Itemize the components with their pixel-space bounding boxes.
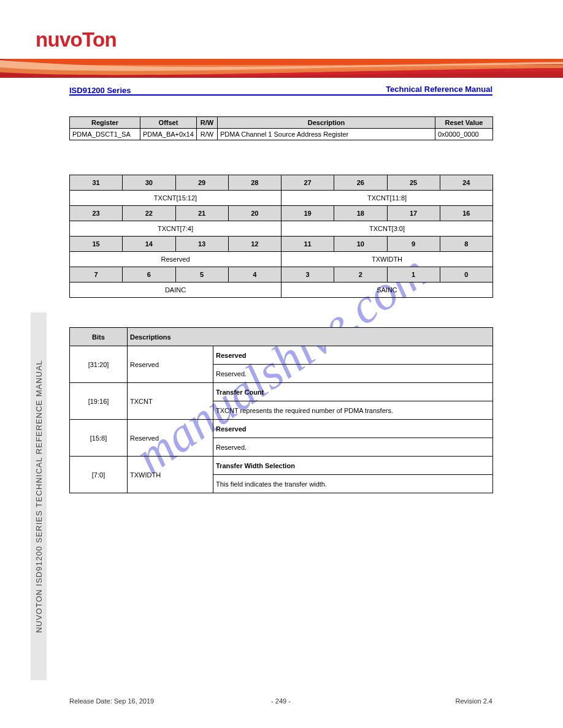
footer-left: Release Date: Sep 16, 2019 — [69, 697, 154, 705]
t3-bits-0: [31:20] — [70, 346, 128, 383]
bit-1: 1 — [387, 267, 440, 282]
bitfield-table: 31 30 29 28 27 26 25 24 TXCNT[15:12] TXC… — [69, 175, 493, 298]
header-banner — [0, 59, 563, 78]
bit-3: 3 — [282, 267, 334, 282]
bit-10: 10 — [334, 237, 387, 252]
t3-row: [7:0] TXWIDTH Transfer Width Selection — [70, 457, 493, 475]
t3-bits-1: [19:16] — [70, 383, 128, 420]
t1-h-reset: Reset Value — [435, 117, 493, 129]
bit-2: 2 — [334, 267, 387, 282]
t1-desc: PDMA Channel 1 Source Address Register — [218, 129, 435, 140]
t3-title-3: Transfer Width Selection — [213, 457, 493, 475]
doc-chip-title: ISD91200 Series — [69, 86, 131, 95]
t1-offset: PDMA_BA+0x14 — [140, 129, 197, 140]
t3-field-2: Reserved — [128, 420, 213, 457]
t3-desc-1: TXCNT represents the required number of … — [213, 401, 493, 420]
t3-h-desc: Descriptions — [128, 328, 493, 346]
bit-21: 21 — [175, 206, 228, 221]
footer: Release Date: Sep 16, 2019 - 249 - Revis… — [69, 697, 492, 705]
svg-text:nuvoTon: nuvoTon — [36, 28, 117, 51]
bit-24: 24 — [440, 175, 492, 191]
bits-description-table: Bits Descriptions [31:20] Reserved Reser… — [69, 327, 493, 493]
t1-h-register: Register — [70, 117, 140, 129]
t3-field-3: TXWIDTH — [128, 457, 213, 493]
side-label-text: NUVOTON ISD91200 SERIES TECHNICAL REFERE… — [34, 360, 44, 633]
bit-15: 15 — [70, 237, 123, 252]
bit-26: 26 — [334, 175, 387, 191]
bit-13: 13 — [175, 237, 228, 252]
t1-h-rw: R/W — [197, 117, 218, 129]
t3-title-1: Transfer Count — [213, 383, 493, 401]
t3-title-2: Reserved — [213, 420, 493, 438]
doc-type-title: Technical Reference Manual — [386, 85, 492, 94]
bit-8: 8 — [440, 237, 492, 252]
field-txid0-lo: TXWIDTH — [282, 252, 493, 267]
t1-row: PDMA_DSCT1_SA PDMA_BA+0x14 R/W PDMA Chan… — [70, 129, 493, 140]
footer-center: - 249 - — [271, 697, 291, 705]
t3-desc-3: This field indicates the transfer width. — [213, 475, 493, 493]
bit-16: 16 — [440, 206, 492, 221]
bit-22: 22 — [123, 206, 175, 221]
t1-reset: 0x0000_0000 — [435, 129, 493, 140]
t3-field-0: Reserved — [128, 346, 213, 383]
field-txid0-mid: TXCNT[3:0] — [282, 221, 493, 237]
t3-row: [31:20] Reserved Reserved — [70, 346, 493, 365]
bit-9: 9 — [387, 237, 440, 252]
nuvoton-logo: nuvoTon — [36, 27, 170, 54]
bit-0: 0 — [440, 267, 492, 282]
field-txid1-hi: TXCNT[15:12] — [70, 191, 282, 206]
t1-register: PDMA_DSCT1_SA — [70, 129, 140, 140]
bit-18: 18 — [334, 206, 387, 221]
bit-7: 7 — [70, 267, 123, 282]
bit-14: 14 — [123, 237, 175, 252]
bit-19: 19 — [282, 206, 334, 221]
field-txid0-bot: SAINC — [282, 282, 493, 298]
register-summary-table: Register Offset R/W Description Reset Va… — [69, 116, 493, 140]
bit-5: 5 — [175, 267, 228, 282]
title-underline — [69, 94, 492, 96]
bit-27: 27 — [282, 175, 334, 191]
bit-25: 25 — [387, 175, 440, 191]
t1-h-offset: Offset — [140, 117, 197, 129]
t1-rw: R/W — [197, 129, 218, 140]
bit-23: 23 — [70, 206, 123, 221]
t3-desc-2: Reserved. — [213, 438, 493, 457]
t1-h-desc: Description — [218, 117, 435, 129]
t3-h-bits: Bits — [70, 328, 128, 346]
field-txid1-lo: Reserved — [70, 252, 282, 267]
bit-11: 11 — [282, 237, 334, 252]
field-txid1-bot: DAINC — [70, 282, 282, 298]
t3-field-1: TXCNT — [128, 383, 213, 420]
bit-17: 17 — [387, 206, 440, 221]
bit-20: 20 — [228, 206, 281, 221]
t3-row: [15:8] Reserved Reserved — [70, 420, 493, 438]
footer-right: Revision 2.4 — [455, 697, 492, 705]
side-label: NUVOTON ISD91200 SERIES TECHNICAL REFERE… — [31, 313, 47, 680]
bit-12: 12 — [228, 237, 281, 252]
bit-4: 4 — [228, 267, 281, 282]
bit-28: 28 — [228, 175, 281, 191]
bit-29: 29 — [175, 175, 228, 191]
t3-title-0: Reserved — [213, 346, 493, 365]
t3-row: [19:16] TXCNT Transfer Count — [70, 383, 493, 401]
field-txid0-hi: TXCNT[11:8] — [282, 191, 493, 206]
field-txid1-mid: TXCNT[7:4] — [70, 221, 282, 237]
t3-bits-2: [15:8] — [70, 420, 128, 457]
t3-desc-0: Reserved. — [213, 365, 493, 383]
bit-30: 30 — [123, 175, 175, 191]
t3-bits-3: [7:0] — [70, 457, 128, 493]
bit-6: 6 — [123, 267, 175, 282]
bit-31: 31 — [70, 175, 123, 191]
